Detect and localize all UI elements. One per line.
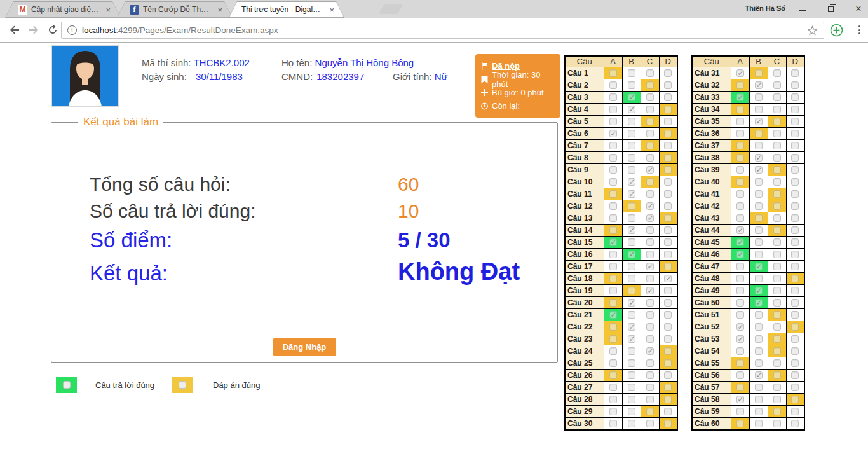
answer-checkbox[interactable] [664,202,672,210]
answer-checkbox[interactable] [664,396,672,403]
answer-checkbox[interactable] [628,226,635,234]
answer-checkbox[interactable] [664,275,672,282]
answer-checkbox[interactable] [628,238,635,246]
answer-checkbox[interactable] [609,93,617,101]
back-icon[interactable] [8,23,22,37]
answer-checkbox[interactable] [628,178,635,186]
answer-checkbox[interactable] [755,154,763,162]
answer-checkbox[interactable] [736,408,744,415]
answer-checkbox[interactable] [664,311,672,319]
answer-checkbox[interactable] [628,118,635,125]
answer-checkbox[interactable] [609,142,617,149]
browser-tab[interactable]: Thi trực tuyến - Digalaxy× [229,1,344,18]
answer-checkbox[interactable] [773,202,781,210]
answer-checkbox[interactable] [773,323,781,331]
answer-checkbox[interactable] [736,263,744,270]
answer-checkbox[interactable] [646,142,654,149]
answer-checkbox[interactable] [755,287,763,294]
answer-checkbox[interactable] [773,311,781,319]
answer-checkbox[interactable] [628,154,635,162]
answer-checkbox[interactable] [628,106,635,113]
answer-checkbox[interactable] [755,238,763,246]
answer-checkbox[interactable] [773,190,781,198]
answer-checkbox[interactable] [791,396,799,403]
answer-checkbox[interactable] [791,142,799,149]
answer-checkbox[interactable] [646,118,654,125]
browser-tab[interactable]: MCập nhật giao diện thi tr× [5,1,121,18]
answer-checkbox[interactable] [646,263,654,270]
answer-checkbox[interactable] [609,251,617,258]
answer-checkbox[interactable] [646,106,654,113]
answer-checkbox[interactable] [736,214,744,222]
answer-checkbox[interactable] [791,93,799,101]
answer-checkbox[interactable] [773,154,781,162]
answer-checkbox[interactable] [736,166,744,174]
answer-checkbox[interactable] [773,396,781,403]
answer-checkbox[interactable] [773,335,781,343]
answer-checkbox[interactable] [609,299,617,307]
answer-checkbox[interactable] [755,142,763,149]
answer-checkbox[interactable] [628,311,635,319]
answer-checkbox[interactable] [646,202,654,210]
answer-checkbox[interactable] [609,371,617,379]
answer-checkbox[interactable] [791,384,799,391]
answer-checkbox[interactable] [609,226,617,234]
answer-checkbox[interactable] [609,214,617,222]
answer-checkbox[interactable] [646,408,654,415]
answer-checkbox[interactable] [664,287,672,294]
answer-checkbox[interactable] [791,275,799,282]
answer-checkbox[interactable] [646,299,654,307]
answer-checkbox[interactable] [773,287,781,294]
answer-checkbox[interactable] [646,130,654,137]
minimize-button[interactable] [798,4,807,14]
answer-checkbox[interactable] [628,371,635,379]
answer-checkbox[interactable] [755,371,763,379]
answer-checkbox[interactable] [773,69,781,77]
tab-close-icon[interactable]: × [328,6,336,14]
answer-checkbox[interactable] [646,69,654,77]
answer-checkbox[interactable] [646,190,654,198]
answer-checkbox[interactable] [755,81,763,89]
answer-checkbox[interactable] [609,408,617,415]
answer-checkbox[interactable] [773,371,781,379]
answer-checkbox[interactable] [736,118,744,125]
answer-checkbox[interactable] [664,190,672,198]
answer-checkbox[interactable] [628,263,635,270]
answer-checkbox[interactable] [736,154,744,162]
answer-checkbox[interactable] [773,251,781,258]
answer-checkbox[interactable] [628,335,635,343]
answer-checkbox[interactable] [773,130,781,137]
bookmark-star-icon[interactable] [807,25,818,39]
answer-checkbox[interactable] [791,238,799,246]
answer-checkbox[interactable] [664,359,672,367]
answer-checkbox[interactable] [646,384,654,391]
answer-checkbox[interactable] [736,93,744,101]
answer-checkbox[interactable] [791,202,799,210]
answer-checkbox[interactable] [755,106,763,113]
answer-checkbox[interactable] [609,323,617,331]
answer-checkbox[interactable] [736,226,744,234]
answer-checkbox[interactable] [755,420,763,427]
answer-checkbox[interactable] [646,323,654,331]
login-button[interactable]: Đăng Nhập [273,338,336,356]
answer-checkbox[interactable] [628,202,635,210]
answer-checkbox[interactable] [755,251,763,258]
answer-checkbox[interactable] [791,371,799,379]
answer-checkbox[interactable] [755,311,763,319]
answer-checkbox[interactable] [755,347,763,355]
answer-checkbox[interactable] [791,69,799,77]
answer-checkbox[interactable] [791,335,799,343]
answer-checkbox[interactable] [791,214,799,222]
answer-checkbox[interactable] [609,106,617,113]
answer-checkbox[interactable] [773,142,781,149]
answer-checkbox[interactable] [736,299,744,307]
answer-checkbox[interactable] [755,93,763,101]
answer-checkbox[interactable] [609,420,617,427]
answer-checkbox[interactable] [791,287,799,294]
answer-checkbox[interactable] [609,311,617,319]
answer-checkbox[interactable] [664,371,672,379]
answer-checkbox[interactable] [791,323,799,331]
answer-checkbox[interactable] [736,347,744,355]
browser-menu-icon[interactable] [854,23,864,37]
answer-checkbox[interactable] [736,178,744,186]
